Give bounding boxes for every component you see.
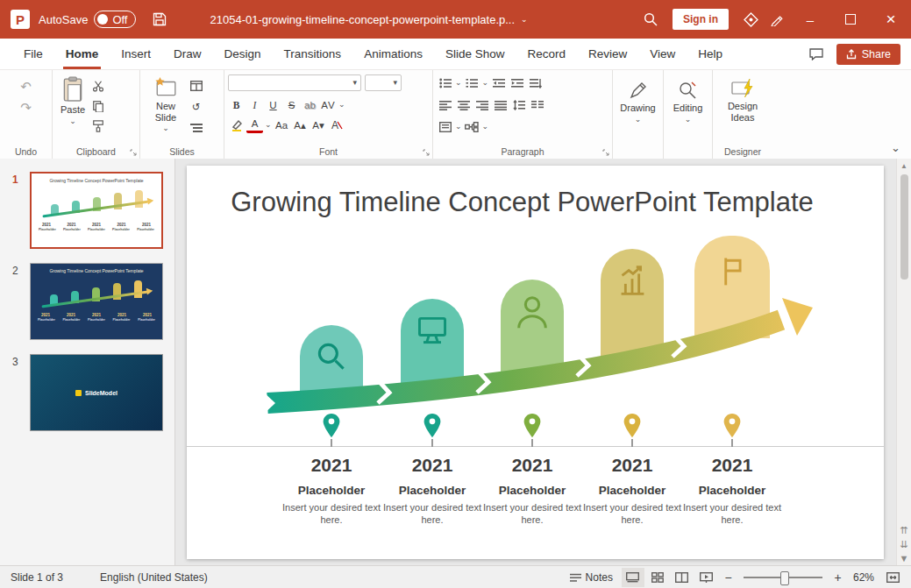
tab-record[interactable]: Record: [516, 39, 577, 69]
add-columns-button[interactable]: [529, 96, 545, 113]
maximize-button[interactable]: [830, 0, 871, 39]
tab-review[interactable]: Review: [577, 39, 638, 69]
sign-in-button[interactable]: Sign in: [673, 9, 729, 30]
tab-draw[interactable]: Draw: [162, 39, 213, 69]
powerpoint-app-icon[interactable]: P: [11, 10, 30, 29]
bullet-list-button[interactable]: [437, 74, 453, 91]
slide-editor[interactable]: Growing Timeline Concept PowerPoint Temp…: [187, 166, 884, 559]
collapse-ribbon-button[interactable]: ⌄: [891, 142, 900, 153]
tab-transitions[interactable]: Transitions: [273, 39, 353, 69]
character-spacing-button[interactable]: AV: [320, 96, 337, 113]
design-ideas-button[interactable]: Design Ideas: [716, 76, 769, 124]
drawing-button[interactable]: Drawing ⌄: [616, 78, 659, 125]
tab-insert[interactable]: Insert: [110, 39, 162, 69]
ink-pen-button[interactable]: [764, 6, 790, 32]
slideshow-button[interactable]: [695, 568, 718, 587]
timeline-shape-3[interactable]: [501, 280, 564, 373]
thumbnail-slide-1[interactable]: Growing Timeline Concept PowerPoint Temp…: [30, 172, 163, 249]
font-name-combobox[interactable]: ▾: [228, 74, 361, 91]
milestone-body[interactable]: Insert your desired text here.: [583, 501, 681, 527]
paste-button[interactable]: Paste ⌄: [56, 74, 89, 134]
timeline-shape-4[interactable]: [601, 249, 664, 356]
milestone-body[interactable]: Insert your desired text here.: [383, 501, 481, 527]
new-slide-button[interactable]: New Slide ⌄: [144, 74, 188, 136]
milestone-heading[interactable]: Placeholder: [298, 484, 366, 497]
next-slide-button[interactable]: ⇊: [897, 537, 911, 551]
slide-sorter-view-button[interactable]: [646, 568, 669, 587]
milestone-year[interactable]: 2021: [311, 455, 352, 476]
align-center-button[interactable]: [455, 96, 472, 113]
section-button[interactable]: [188, 119, 204, 136]
previous-slide-button[interactable]: ⇈: [897, 523, 911, 537]
justify-button[interactable]: [492, 96, 509, 113]
thumbnail-slide-2[interactable]: Growing Timeline Concept PowerPoint Temp…: [30, 263, 163, 340]
clipboard-dialog-launcher[interactable]: [130, 149, 137, 156]
slide-layout-button[interactable]: [188, 77, 204, 94]
fit-slide-to-window-button[interactable]: [881, 568, 904, 587]
format-painter-button[interactable]: [89, 117, 106, 134]
autosave-toggle[interactable]: Off: [94, 11, 136, 28]
decrease-font-size-button[interactable]: A▾: [310, 117, 327, 133]
language-indicator[interactable]: English (United States): [89, 571, 218, 584]
milestone-body[interactable]: Insert your desired text here.: [483, 501, 581, 527]
increase-indent-button[interactable]: [509, 74, 525, 91]
text-shadow-button[interactable]: ab: [302, 96, 318, 113]
zoom-slider-thumb[interactable]: [780, 571, 789, 585]
undo-button[interactable]: ↶: [18, 78, 34, 95]
scrollbar-thumb[interactable]: [900, 174, 908, 280]
text-direction-button[interactable]: [527, 74, 544, 91]
convert-to-smartart-button[interactable]: [464, 118, 480, 135]
strikethrough-button[interactable]: S: [283, 96, 300, 113]
vertical-scrollbar[interactable]: ▲ ⇈ ⇊ ▼: [896, 159, 911, 565]
align-right-button[interactable]: [473, 96, 490, 113]
milestone-heading[interactable]: Placeholder: [699, 484, 766, 497]
zoom-in-button[interactable]: +: [829, 570, 846, 586]
text-align-vertical-button[interactable]: [437, 118, 453, 135]
decrease-indent-button[interactable]: [490, 74, 507, 91]
tab-slide-show[interactable]: Slide Show: [434, 39, 516, 69]
timeline-shape-2[interactable]: [401, 299, 464, 386]
share-button[interactable]: Share: [836, 44, 900, 65]
reset-slide-button[interactable]: ↺: [188, 98, 204, 115]
numbered-list-button[interactable]: [464, 74, 480, 91]
copy-button[interactable]: [89, 97, 106, 114]
comments-button[interactable]: [805, 45, 828, 64]
highlight-color-button[interactable]: [228, 117, 245, 133]
milestone-body[interactable]: Insert your desired text here.: [282, 501, 381, 527]
align-left-button[interactable]: [437, 96, 453, 113]
underline-button[interactable]: U: [265, 96, 281, 113]
tab-file[interactable]: File: [12, 39, 54, 69]
present-online-button[interactable]: [737, 6, 764, 32]
search-button[interactable]: [637, 6, 664, 32]
milestone-year[interactable]: 2021: [712, 455, 753, 476]
redo-button[interactable]: ↷: [18, 99, 34, 116]
tab-animations[interactable]: Animations: [352, 39, 434, 69]
notes-button[interactable]: Notes: [563, 571, 620, 584]
milestone-year[interactable]: 2021: [512, 455, 553, 476]
increase-font-size-button[interactable]: A▴: [292, 117, 309, 133]
cut-button[interactable]: [89, 77, 106, 94]
zoom-slider[interactable]: [744, 577, 822, 578]
italic-button[interactable]: I: [246, 96, 263, 113]
reading-view-button[interactable]: [671, 568, 694, 587]
tab-help[interactable]: Help: [687, 39, 734, 69]
paragraph-dialog-launcher[interactable]: [602, 149, 609, 156]
tab-home[interactable]: Home: [54, 39, 110, 69]
close-button[interactable]: ×: [871, 0, 911, 39]
zoom-level[interactable]: 62%: [848, 571, 879, 584]
tab-design[interactable]: Design: [213, 39, 273, 69]
normal-view-button[interactable]: [622, 568, 644, 587]
scroll-up-button[interactable]: ▲: [897, 159, 911, 173]
minimize-button[interactable]: –: [790, 0, 830, 39]
slide-title[interactable]: Growing Timeline Concept PowerPoint Temp…: [187, 187, 858, 218]
milestone-year[interactable]: 2021: [612, 455, 653, 476]
timeline-shape-1[interactable]: [300, 325, 363, 400]
milestone-year[interactable]: 2021: [412, 455, 453, 476]
timeline-shape-5[interactable]: [694, 236, 770, 338]
editing-button[interactable]: Editing ⌄: [667, 78, 708, 125]
milestone-heading[interactable]: Placeholder: [499, 484, 566, 497]
milestone-body[interactable]: Insert your desired text here.: [683, 501, 781, 527]
tab-view[interactable]: View: [638, 39, 687, 69]
save-button[interactable]: [146, 6, 173, 32]
document-title[interactable]: 21054-01-growing-timeline-concept-powerp…: [210, 13, 527, 26]
